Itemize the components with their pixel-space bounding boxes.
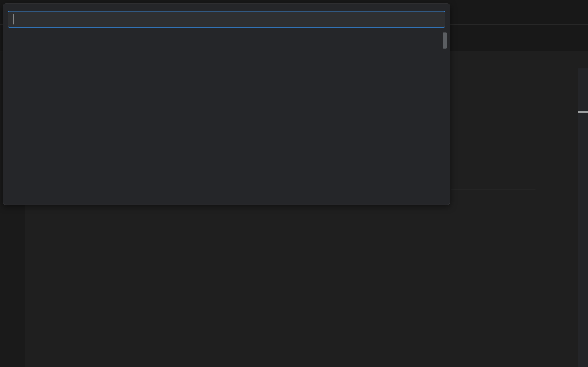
overview-ruler-cursor-mark [578,111,588,113]
palette-scrollbar[interactable] [443,32,447,49]
minimap[interactable] [536,68,561,89]
command-palette-input[interactable] [8,11,445,28]
scrollbar-overview-ruler[interactable] [578,68,588,367]
text-caret [13,14,14,24]
separator-line-upper [451,177,535,177]
separator-line-lower [451,189,535,189]
command-palette [3,3,450,205]
